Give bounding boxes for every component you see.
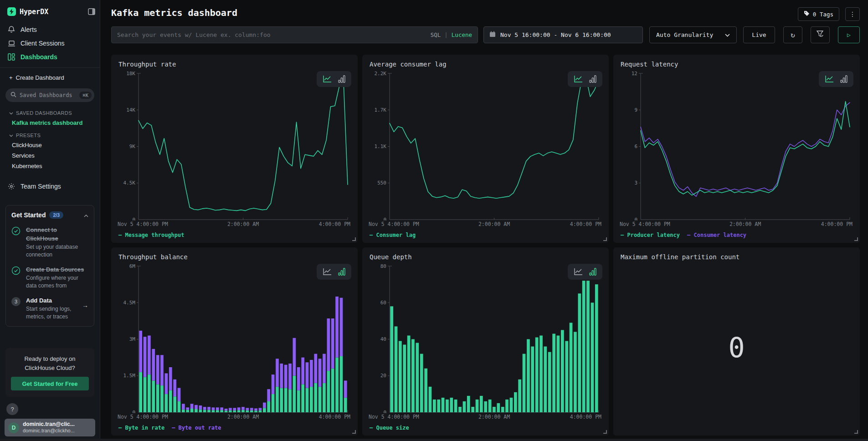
live-button[interactable]: Live xyxy=(743,26,775,43)
play-icon: ▷ xyxy=(847,31,851,38)
svg-text:40: 40 xyxy=(380,336,386,342)
step-add-data[interactable]: 3 Add Data Start sending logs, metrics, … xyxy=(11,296,88,321)
chart-type-toggle xyxy=(819,71,853,87)
legend-item[interactable]: — Consumer latency xyxy=(687,232,746,238)
user-menu[interactable]: D dominic.tran@clic... dominic.tran@clic… xyxy=(5,419,95,436)
big-number-value: 0 xyxy=(728,332,745,364)
line-chart-icon[interactable] xyxy=(323,75,332,83)
line-chart-icon[interactable] xyxy=(574,268,583,276)
filter-icon xyxy=(817,31,824,39)
resize-handle[interactable] xyxy=(854,237,858,241)
chart-title: Maximum offline partition count xyxy=(621,253,853,261)
dashboard-grid: Throughput rate 04.5K9K14K18K Nov 5 4:00… xyxy=(111,55,860,436)
chart-type-toggle xyxy=(317,71,351,87)
svg-text:1.7K: 1.7K xyxy=(375,107,387,113)
lucene-toggle[interactable]: Lucene xyxy=(452,31,472,38)
svg-text:4.5M: 4.5M xyxy=(123,300,136,306)
chart-plot: 05501.1K1.7K2.2K xyxy=(369,69,602,220)
step-connect-clickhouse[interactable]: Connect to ClickHouse Set up your databa… xyxy=(11,226,88,259)
saved-dashboards-search-input[interactable] xyxy=(20,92,76,98)
chevron-down-icon xyxy=(9,110,13,116)
tags-button[interactable]: 0 Tags xyxy=(798,7,839,21)
legend-item[interactable]: — Queue size xyxy=(370,425,409,431)
run-query-button[interactable]: ▷ xyxy=(838,26,860,43)
refresh-icon: ↻ xyxy=(791,31,795,39)
create-dashboard-button[interactable]: + Create Dashboard xyxy=(0,68,100,84)
resize-handle[interactable] xyxy=(603,237,607,241)
line-chart-icon[interactable] xyxy=(574,75,583,83)
chevron-down-icon xyxy=(9,133,13,138)
legend-item[interactable]: — Message throughput xyxy=(118,232,185,238)
line-chart-icon[interactable] xyxy=(323,268,332,276)
sidebar-item-dashboards[interactable]: Dashboards xyxy=(0,50,100,64)
step-create-data-sources[interactable]: Create Data Sources Configure where your… xyxy=(11,265,88,290)
bar-chart-icon[interactable] xyxy=(589,75,596,83)
svg-text:4.5K: 4.5K xyxy=(123,180,136,186)
dashboards-icon xyxy=(7,53,15,61)
resize-handle[interactable] xyxy=(352,430,356,434)
x-tick-label: 4:00:00 PM xyxy=(570,221,601,227)
sidebar-item-client-sessions[interactable]: Client Sessions xyxy=(0,36,100,50)
chart-legend: — Producer latency— Consumer latency xyxy=(620,229,853,241)
line-chart-icon[interactable] xyxy=(825,75,834,83)
svg-text:1.5M: 1.5M xyxy=(123,373,136,379)
page-title: Kafka metrics dashboard xyxy=(111,7,237,18)
sidebar-item-clickhouse[interactable]: ClickHouse xyxy=(0,140,100,150)
bar-chart-icon[interactable] xyxy=(589,268,596,276)
svg-text:0: 0 xyxy=(132,217,135,221)
presets-section[interactable]: PRESETS xyxy=(0,128,100,140)
sidebar-item-kafka-dashboard[interactable]: Kafka metrics dashboard xyxy=(0,118,100,128)
get-started-card: Get Started 2/3 Connect to ClickHouse Se… xyxy=(5,205,94,327)
saved-dashboards-section[interactable]: SAVED DASHBOARDS xyxy=(0,106,100,118)
svg-text:1.1K: 1.1K xyxy=(375,144,387,149)
svg-text:0: 0 xyxy=(383,217,386,221)
chart-type-toggle xyxy=(317,264,351,280)
shortcut-badge: ⌘K xyxy=(79,92,92,99)
x-tick-label: 4:00:00 PM xyxy=(319,221,350,227)
bar-chart-icon[interactable] xyxy=(338,268,345,276)
sidebar-item-alerts[interactable]: Alerts xyxy=(0,22,100,36)
svg-text:80: 80 xyxy=(380,263,386,269)
help-button[interactable]: ? xyxy=(6,403,18,415)
date-range-picker[interactable]: Nov 5 16:00:00 - Nov 6 16:00:00 xyxy=(483,26,643,43)
sql-toggle[interactable]: SQL xyxy=(431,31,441,38)
sidebar-item-team-settings[interactable]: Team Settings xyxy=(0,179,100,193)
sidebar-item-kubernetes[interactable]: Kubernetes xyxy=(0,161,100,171)
svg-text:60: 60 xyxy=(380,300,386,306)
sidebar-item-services[interactable]: Services xyxy=(0,150,100,161)
event-search-input[interactable] xyxy=(117,31,426,38)
resize-handle[interactable] xyxy=(854,430,858,434)
logo: HyperDX xyxy=(0,0,100,22)
chart-title: Throughput rate xyxy=(118,61,351,68)
event-search-bar[interactable]: SQL | Lucene xyxy=(111,26,478,43)
resize-handle[interactable] xyxy=(603,430,607,434)
sidebar-collapse-icon[interactable] xyxy=(88,8,95,17)
step-number-badge: 3 xyxy=(11,297,21,306)
x-tick-label: 2:00:00 AM xyxy=(478,221,510,227)
legend-item[interactable]: — Byte in rate xyxy=(118,425,164,431)
saved-dashboards-search[interactable]: ⌘K xyxy=(5,88,94,102)
chevron-up-icon[interactable] xyxy=(84,211,88,219)
x-tick-label: 2:00:00 AM xyxy=(478,414,510,420)
legend-item[interactable]: — Consumer lag xyxy=(370,232,416,238)
filter-button[interactable] xyxy=(811,26,830,43)
bar-chart-icon[interactable] xyxy=(338,75,345,83)
legend-item[interactable]: — Byte out rate xyxy=(172,425,221,431)
refresh-button[interactable]: ↻ xyxy=(783,26,802,43)
check-circle-icon xyxy=(11,265,21,290)
legend-item[interactable]: — Producer latency xyxy=(621,232,680,238)
x-tick-label: Nov 5 4:00:00 PM xyxy=(369,414,419,420)
x-tick-label: Nov 5 4:00:00 PM xyxy=(118,221,168,227)
chart-plot: 01.5M3M4.5M6M xyxy=(118,262,351,413)
get-started-free-button[interactable]: Get Started for Free xyxy=(11,377,89,390)
laptop-icon xyxy=(7,40,15,47)
resize-handle[interactable] xyxy=(352,237,356,241)
bar-chart-icon[interactable] xyxy=(840,75,847,83)
granularity-select[interactable]: Auto Granularity xyxy=(649,26,737,43)
chart-title: Request latency xyxy=(621,61,853,68)
chart-title: Throughput balance xyxy=(118,253,351,261)
x-tick-label: Nov 5 4:00:00 PM xyxy=(118,414,168,420)
window-bottom-strip xyxy=(0,439,868,441)
overflow-menu-button[interactable]: ⋮ xyxy=(845,7,860,21)
deploy-text: Ready to deploy on ClickHouse Cloud? xyxy=(11,354,89,372)
